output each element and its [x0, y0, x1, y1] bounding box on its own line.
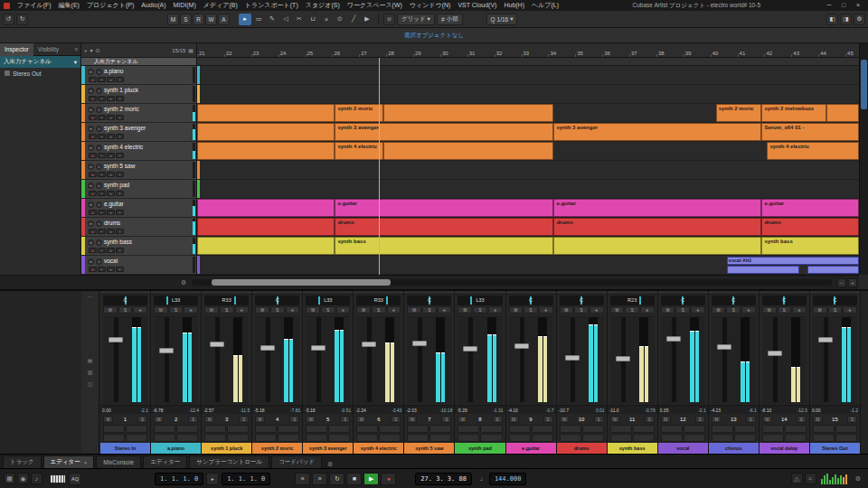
- line-tool[interactable]: ╱: [347, 14, 360, 25]
- edit-channel-button[interactable]: e: [107, 267, 115, 272]
- send-slot[interactable]: [204, 434, 226, 442]
- send-slot[interactable]: [407, 434, 429, 442]
- channel-mute-button[interactable]: M: [356, 306, 371, 314]
- vertical-scrollbar-thumb[interactable]: [861, 60, 867, 109]
- clip[interactable]: synth 4 electric: [335, 142, 383, 160]
- fader-handle[interactable]: [768, 351, 782, 356]
- fader-handle[interactable]: [159, 348, 174, 353]
- inspector-menu-icon[interactable]: ≡: [74, 46, 80, 52]
- channel-mute-button[interactable]: M: [762, 416, 772, 423]
- maximize-button[interactable]: □: [836, 0, 851, 11]
- edit-channel-button[interactable]: e: [107, 115, 115, 120]
- grid-type-dropdown[interactable]: # 小節: [437, 14, 463, 25]
- edit-channel-button[interactable]: e: [107, 96, 115, 101]
- fader-handle[interactable]: [311, 345, 326, 351]
- monitor-button[interactable]: ▪: [98, 96, 106, 101]
- edit-channel-button[interactable]: e: [107, 248, 115, 253]
- channel-solo-button[interactable]: S: [220, 306, 234, 314]
- mute-button[interactable]: m: [88, 145, 94, 151]
- mute-button[interactable]: m: [88, 183, 94, 189]
- pan-control[interactable]: L33: [154, 296, 198, 305]
- global-mute-button[interactable]: M: [167, 14, 179, 25]
- channel-solo-button[interactable]: S: [137, 416, 147, 423]
- close-button[interactable]: ×: [851, 0, 865, 11]
- monitor-button[interactable]: ▪: [98, 115, 106, 120]
- aq-button[interactable]: AQ: [69, 473, 81, 485]
- send-slot[interactable]: [126, 434, 147, 442]
- channel-mute-button[interactable]: M: [204, 416, 214, 423]
- vertical-scrollbar[interactable]: [859, 43, 868, 275]
- read-automation-button[interactable]: R: [193, 14, 204, 25]
- pan-control[interactable]: R33: [204, 296, 249, 305]
- track-row-6[interactable]: mssynth 5 saw●▪e≡: [81, 161, 196, 180]
- close-tab-icon[interactable]: ×: [84, 460, 88, 465]
- channel-mute-button[interactable]: M: [154, 416, 164, 423]
- fader-handle[interactable]: [362, 342, 376, 347]
- channel-mute-button[interactable]: M: [560, 306, 574, 314]
- menubar-item-10[interactable]: ウィンドウ(N): [406, 0, 455, 11]
- menubar-item-4[interactable]: Audio(A): [137, 0, 169, 11]
- mute-button[interactable]: m: [88, 239, 94, 246]
- edit-channel-button[interactable]: e: [107, 210, 115, 215]
- record-arm-button[interactable]: ●: [89, 172, 97, 177]
- clip[interactable]: [553, 237, 761, 255]
- clip[interactable]: synth 2 melowbuzz: [761, 104, 826, 122]
- zoom-in-button[interactable]: +: [848, 278, 857, 287]
- send-slot[interactable]: [379, 434, 401, 442]
- lower-zone-tab-6[interactable]: コードパッド: [271, 455, 322, 468]
- send-slot[interactable]: [734, 434, 756, 442]
- insert-slot[interactable]: [204, 425, 226, 433]
- track-settings-gear-icon[interactable]: ⚙: [181, 279, 186, 286]
- monitor-button[interactable]: ▪: [98, 267, 106, 272]
- edit-channel-button[interactable]: e: [107, 172, 115, 177]
- fader-handle[interactable]: [463, 346, 477, 352]
- insert-slot[interactable]: [328, 425, 350, 433]
- channel-solo-button[interactable]: S: [473, 306, 487, 314]
- channel-solo-button[interactable]: S: [574, 306, 589, 314]
- channel-mute-button[interactable]: M: [458, 306, 472, 314]
- clip[interactable]: [197, 218, 335, 236]
- menubar-item-12[interactable]: Hub(H): [500, 0, 528, 11]
- channel-edit-button[interactable]: e: [336, 306, 351, 314]
- channel-mute-button[interactable]: M: [407, 306, 421, 314]
- freeze-button[interactable]: ≡: [116, 115, 124, 120]
- range-selection-tool[interactable]: ▭: [252, 14, 265, 25]
- channel-mute-button[interactable]: M: [306, 306, 320, 314]
- clip[interactable]: [197, 104, 335, 122]
- insert-slot[interactable]: [785, 425, 807, 433]
- fader-handle[interactable]: [717, 344, 731, 350]
- insert-slot[interactable]: [762, 425, 784, 433]
- clip[interactable]: synth 3 avenger: [335, 123, 553, 141]
- clip[interactable]: synth bass: [761, 237, 859, 255]
- menubar-item-11[interactable]: VST Cloud(V): [454, 0, 500, 11]
- insert-slot[interactable]: [379, 425, 401, 433]
- freeze-button[interactable]: ≡: [116, 229, 124, 234]
- solo-button[interactable]: s: [96, 69, 102, 75]
- midi-activity-icon[interactable]: ♪: [31, 473, 42, 484]
- send-slot[interactable]: [532, 434, 553, 442]
- edit-channel-button[interactable]: e: [107, 191, 115, 196]
- freeze-button[interactable]: ≡: [116, 210, 124, 215]
- clip[interactable]: [383, 142, 553, 160]
- track-row-10[interactable]: mssynth bass●▪e≡: [81, 237, 196, 256]
- insert-slot[interactable]: [734, 425, 756, 433]
- left-zone-toggle-icon[interactable]: ◧: [826, 14, 838, 25]
- fader-handle[interactable]: [616, 356, 630, 361]
- send-slot[interactable]: [762, 434, 784, 442]
- channel-solo-button[interactable]: S: [797, 416, 807, 423]
- channel-edit-button[interactable]: e: [691, 306, 705, 314]
- mute-button[interactable]: m: [88, 258, 94, 265]
- play-button[interactable]: ▶: [363, 473, 379, 485]
- freeze-button[interactable]: ≡: [116, 172, 124, 177]
- channel-solo-button[interactable]: S: [746, 416, 756, 423]
- menubar-item-1[interactable]: ファイル(F): [14, 0, 55, 11]
- channel-edit-button[interactable]: e: [286, 306, 300, 314]
- insert-slot[interactable]: [480, 425, 502, 433]
- pan-control[interactable]: C: [407, 296, 451, 305]
- insert-slot[interactable]: [712, 425, 733, 433]
- lower-zone-tab-4[interactable]: エディター: [143, 455, 187, 468]
- send-slot[interactable]: [835, 434, 857, 442]
- channel-solo-button[interactable]: S: [321, 306, 335, 314]
- edit-channel-button[interactable]: e: [107, 134, 115, 139]
- menubar-item-13[interactable]: ヘルプ(L): [528, 0, 562, 11]
